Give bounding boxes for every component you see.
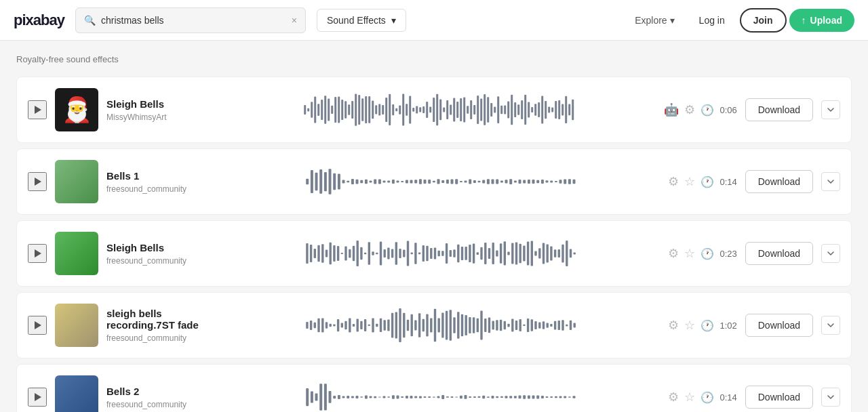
sound-title: Bells 2 [106,386,215,397]
svg-rect-187 [488,248,490,259]
svg-rect-17 [361,98,363,121]
svg-rect-315 [465,395,467,399]
expand-button[interactable] [821,172,840,191]
play-button[interactable] [28,388,47,407]
upload-icon: ↑ [802,15,806,26]
explore-link[interactable]: Explore ▾ [625,9,684,31]
svg-rect-94 [370,181,372,183]
svg-rect-127 [519,180,521,184]
svg-rect-19 [368,96,370,123]
svg-rect-22 [378,104,380,116]
thumbnail [55,304,98,347]
svg-rect-235 [403,313,405,338]
expand-button[interactable] [821,244,840,263]
svg-rect-223 [357,319,359,332]
download-button[interactable]: Download [745,314,813,337]
svg-rect-294 [370,396,372,398]
svg-rect-8 [331,106,333,114]
waveform[interactable] [223,91,656,129]
svg-rect-51 [477,96,479,124]
svg-rect-88 [342,180,345,184]
svg-rect-293 [365,396,368,399]
expand-button[interactable] [821,100,840,119]
svg-rect-118 [478,181,481,183]
svg-rect-221 [349,318,351,332]
svg-rect-159 [380,242,382,266]
download-button[interactable]: Download [745,242,813,265]
expand-button[interactable] [821,388,840,407]
svg-rect-324 [505,396,508,398]
svg-rect-14 [351,101,353,119]
svg-rect-100 [397,180,399,182]
search-input[interactable] [101,15,286,26]
logo[interactable]: pixabay [14,12,64,29]
play-button[interactable] [28,172,47,191]
svg-rect-195 [519,244,521,263]
settings-icon: ⚙ [668,318,679,333]
svg-rect-26 [392,104,394,115]
svg-rect-140 [306,243,308,264]
svg-rect-244 [438,318,440,333]
svg-rect-117 [473,180,476,183]
sound-info: Sleigh Bells freesound_community [106,242,215,266]
download-button[interactable]: Download [745,386,813,409]
svg-rect-15 [355,94,357,125]
upload-button[interactable]: ↑ Upload [789,9,854,32]
svg-rect-325 [509,396,512,398]
play-button[interactable] [28,100,47,119]
svg-rect-305 [419,396,422,398]
waveform[interactable] [223,378,660,412]
clear-icon[interactable]: × [292,15,297,26]
sound-meta: ⚙☆ 🕐 0:23 [668,246,736,261]
svg-rect-245 [441,313,443,338]
waveform[interactable] [223,163,660,201]
login-button[interactable]: Log in [687,9,737,31]
svg-rect-138 [568,179,571,184]
svg-rect-171 [426,246,428,262]
svg-rect-287 [338,395,340,399]
chevron-down-icon: ▾ [670,15,675,26]
join-button[interactable]: Join [740,8,787,33]
svg-rect-75 [558,100,560,119]
waveform[interactable] [223,234,660,272]
svg-rect-149 [341,253,343,254]
svg-rect-10 [338,97,340,123]
svg-rect-261 [504,321,506,329]
svg-rect-115 [465,181,467,183]
svg-rect-59 [504,105,506,114]
search-icon: 🔍 [84,15,96,26]
download-button[interactable]: Download [745,170,813,193]
svg-rect-239 [418,313,420,337]
svg-rect-48 [467,106,469,113]
svg-rect-84 [324,172,327,191]
play-button[interactable] [28,316,47,335]
waveform[interactable] [223,306,660,344]
svg-rect-99 [392,180,395,184]
svg-rect-336 [559,396,562,398]
svg-rect-266 [523,325,525,326]
svg-rect-139 [573,180,576,184]
expand-button[interactable] [821,316,840,335]
svg-rect-146 [330,243,332,264]
play-button[interactable] [28,244,47,263]
sound-item: sleigh bells recording.7ST fade freesoun… [16,292,852,358]
svg-rect-91 [356,180,359,184]
svg-rect-238 [414,320,416,330]
category-dropdown[interactable]: Sound Effects ▾ [317,9,406,32]
svg-rect-49 [470,100,472,119]
svg-rect-333 [546,396,549,398]
svg-rect-184 [477,252,479,255]
svg-rect-289 [347,396,349,398]
svg-rect-222 [353,324,355,327]
svg-rect-207 [566,241,568,266]
chevron-down-icon: ▾ [391,15,396,26]
settings-icon: ⚙ [668,390,679,405]
download-button[interactable]: Download [745,98,813,121]
svg-rect-274 [554,321,556,330]
duration: 0:06 [719,105,736,115]
svg-rect-259 [496,320,498,331]
settings-icon: ⚙ [684,102,695,117]
svg-rect-38 [433,98,435,122]
duration: 0:14 [719,392,736,403]
svg-rect-23 [382,105,384,115]
